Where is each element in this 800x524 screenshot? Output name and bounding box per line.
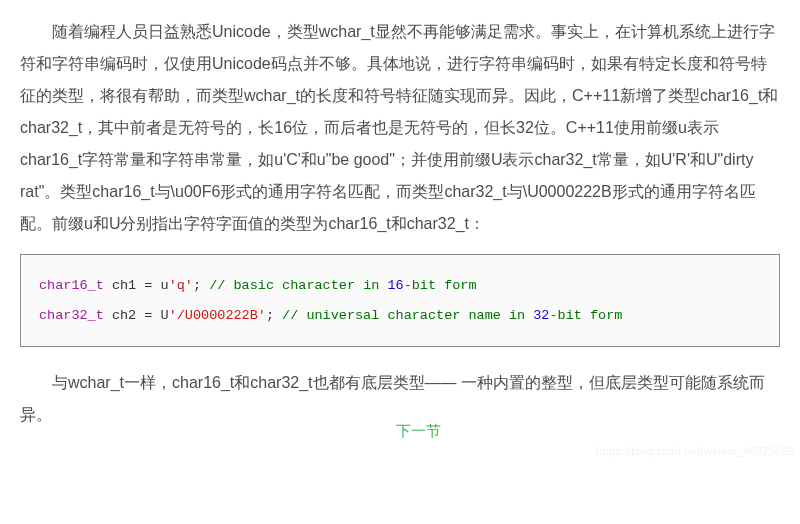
token-var: ch2: [112, 308, 136, 323]
token-string: 'q': [169, 278, 193, 293]
token-prefix: u: [161, 278, 169, 293]
token-semi: ;: [266, 308, 274, 323]
token-type: char32_t: [39, 308, 104, 323]
code-block: char16_t ch1 = u'q'; // basic character …: [20, 254, 780, 347]
watermark: https://blog.csdn.net/weixin_46075662: [596, 445, 794, 457]
token-op: =: [144, 278, 152, 293]
token-prefix: U: [161, 308, 169, 323]
token-op: =: [144, 308, 152, 323]
token-var: ch1: [112, 278, 136, 293]
token-number: 32: [533, 308, 549, 323]
code-line-2: char32_t ch2 = U'/U0000222B'; // univers…: [39, 308, 622, 323]
code-line-1: char16_t ch1 = u'q'; // basic character …: [39, 278, 477, 293]
token-comment: // universal character name in 32-bit fo…: [282, 308, 622, 323]
token-comment: // basic character in 16-bit form: [209, 278, 476, 293]
token-number: 16: [387, 278, 403, 293]
token-semi: ;: [193, 278, 201, 293]
token-string: '/U0000222B': [169, 308, 266, 323]
token-type: char16_t: [39, 278, 104, 293]
next-section-link[interactable]: 下一节: [396, 422, 441, 441]
paragraph-1: 随着编程人员日益熟悉Unicode，类型wchar_t显然不再能够满足需求。事实…: [20, 16, 780, 240]
